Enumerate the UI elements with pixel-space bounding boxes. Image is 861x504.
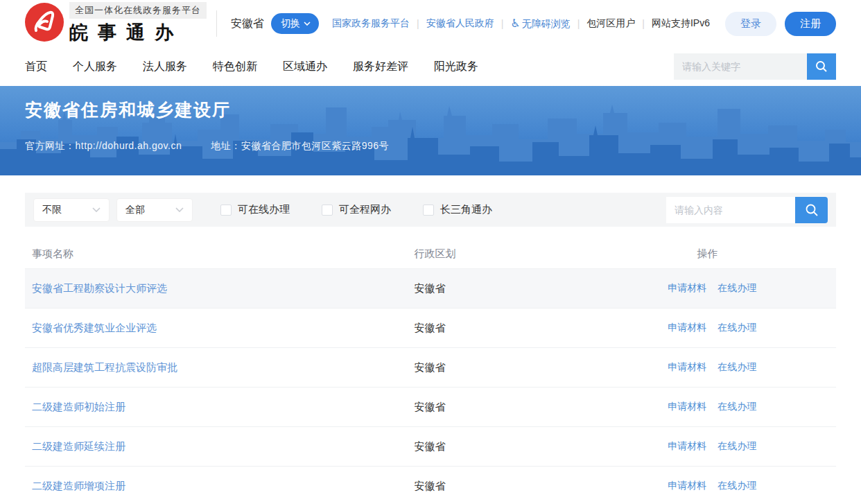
content-search-button[interactable]	[795, 197, 828, 223]
service-item-link[interactable]: 安徽省工程勘察设计大师评选	[32, 282, 167, 294]
link-anhui-government[interactable]: 安徽省人民政府	[426, 17, 494, 30]
region-value: 安徽省	[415, 480, 446, 492]
checkbox-label: 可全程网办	[339, 203, 391, 216]
checkbox-box[interactable]	[322, 205, 333, 216]
service-item-link[interactable]: 二级建造师初始注册	[32, 401, 125, 412]
content-search-input[interactable]	[666, 197, 795, 223]
table-row: 超限高层建筑工程抗震设防审批 安徽省 申请材料 在线办理	[25, 347, 836, 387]
department-banner: 安徽省住房和城乡建设厅 官方网址：http://dohurd.ah.gov.cn…	[0, 86, 861, 175]
ipv6-support-label: 网站支持IPv6	[652, 17, 710, 30]
link-baohe-user[interactable]: 包河区用户	[586, 17, 635, 30]
checkbox-online-available[interactable]: 可在线办理	[220, 203, 290, 216]
accessibility-label: 无障碍浏览	[522, 18, 571, 29]
keyword-search-input[interactable]	[674, 53, 807, 80]
online-handling-link[interactable]: 在线办理	[718, 361, 756, 374]
service-item-link[interactable]: 二级建造师增项注册	[32, 480, 125, 492]
application-materials-link[interactable]: 申请材料	[668, 440, 706, 453]
filter-bar: 不限 全部 可在线办理 可全程网办 长三角通办	[25, 193, 836, 227]
dropdown-value: 全部	[125, 204, 145, 216]
nav-item-featured-innovation[interactable]: 特色创新	[213, 60, 257, 74]
region-value: 安徽省	[415, 282, 446, 294]
separator: |	[577, 18, 580, 29]
application-materials-link[interactable]: 申请材料	[668, 282, 706, 295]
main-nav: 首页 个人服务 法人服务 特色创新 区域通办 服务好差评 阳光政务	[0, 47, 861, 86]
online-handling-link[interactable]: 在线办理	[718, 401, 756, 413]
separator: |	[642, 18, 645, 29]
chevron-down-icon	[92, 207, 101, 212]
table-row: 安徽省工程勘察设计大师评选 安徽省 申请材料 在线办理	[25, 268, 836, 308]
online-handling-link[interactable]: 在线办理	[718, 282, 756, 295]
header-divider	[216, 10, 217, 37]
column-header-item-name: 事项名称	[25, 247, 415, 261]
site-header: 全国一体化在线政务服务平台 皖事通办 安徽省 切换 国家政务服务平台 | 安徽省…	[0, 0, 861, 47]
checkbox-label: 可在线办理	[238, 203, 290, 216]
online-handling-link[interactable]: 在线办理	[718, 480, 756, 492]
link-national-platform[interactable]: 国家政务服务平台	[332, 17, 410, 30]
services-table: 事项名称 行政区划 操作 安徽省工程勘察设计大师评选 安徽省 申请材料 在线办理…	[25, 239, 836, 504]
online-handling-link[interactable]: 在线办理	[718, 322, 756, 334]
official-website: 官方网址：http://dohurd.ah.gov.cn	[25, 140, 182, 153]
dropdown-value: 不限	[42, 204, 62, 216]
department-title: 安徽省住房和城乡建设厅	[25, 98, 836, 121]
register-button[interactable]: 注册	[785, 12, 836, 36]
filter-dropdown-category[interactable]: 全部	[116, 198, 193, 222]
nav-item-open-government[interactable]: 阳光政务	[434, 60, 478, 74]
chevron-down-icon	[304, 21, 311, 26]
region-value: 安徽省	[415, 401, 446, 412]
table-row: 安徽省优秀建筑业企业评选 安徽省 申请材料 在线办理	[25, 308, 836, 347]
checkbox-box[interactable]	[220, 205, 232, 216]
filter-dropdown-limit[interactable]: 不限	[33, 198, 110, 222]
online-handling-link[interactable]: 在线办理	[718, 440, 756, 453]
search-icon	[815, 60, 828, 73]
checkbox-label: 长三角通办	[440, 203, 492, 216]
department-address: 地址：安徽省合肥市包河区紫云路996号	[211, 140, 389, 153]
region-value: 安徽省	[415, 440, 446, 452]
table-header: 事项名称 行政区划 操作	[25, 239, 836, 268]
chevron-down-icon	[175, 207, 184, 212]
nav-item-regional-services[interactable]: 区域通办	[283, 60, 327, 74]
region-switch-label: 切换	[281, 17, 300, 30]
region-value: 安徽省	[415, 361, 446, 373]
table-row: 二级建造师初始注册 安徽省 申请材料 在线办理	[25, 387, 836, 426]
services-table-body: 安徽省工程勘察设计大师评选 安徽省 申请材料 在线办理 安徽省优秀建筑业企业评选…	[25, 268, 836, 504]
platform-tagline: 全国一体化在线政务服务平台	[69, 2, 207, 19]
service-item-link[interactable]: 超限高层建筑工程抗震设防审批	[32, 361, 177, 373]
column-header-region: 行政区划	[415, 247, 666, 261]
checkbox-yangtze-delta[interactable]: 长三角通办	[423, 203, 492, 216]
region-value: 安徽省	[415, 322, 446, 333]
nav-item-home[interactable]: 首页	[25, 60, 47, 74]
separator: |	[501, 18, 504, 29]
checkbox-full-online[interactable]: 可全程网办	[322, 203, 391, 216]
wheelchair-icon: ♿	[510, 17, 520, 29]
column-header-actions: 操作	[666, 247, 836, 261]
table-row: 二级建造师延续注册 安徽省 申请材料 在线办理	[25, 426, 836, 466]
region-switch-button[interactable]: 切换	[271, 13, 319, 34]
application-materials-link[interactable]: 申请材料	[668, 361, 706, 374]
service-item-link[interactable]: 安徽省优秀建筑业企业评选	[32, 322, 157, 333]
keyword-search	[674, 53, 836, 80]
application-materials-link[interactable]: 申请材料	[668, 401, 706, 413]
nav-item-personal-services[interactable]: 个人服务	[73, 60, 117, 74]
login-button[interactable]: 登录	[725, 12, 776, 36]
service-item-link[interactable]: 二级建造师延续注册	[32, 440, 125, 452]
site-title: 皖事通办	[69, 20, 207, 45]
application-materials-link[interactable]: 申请材料	[668, 322, 706, 334]
content-search	[666, 197, 828, 223]
separator: |	[417, 18, 419, 29]
keyword-search-button[interactable]	[807, 53, 836, 80]
search-icon	[804, 202, 819, 218]
nav-item-legal-services[interactable]: 法人服务	[143, 60, 187, 74]
table-row: 二级建造师增项注册 安徽省 申请材料 在线办理	[25, 466, 836, 504]
nav-item-service-rating[interactable]: 服务好差评	[353, 60, 408, 74]
current-region-label: 安徽省	[231, 17, 264, 31]
site-logo	[25, 3, 64, 44]
link-accessibility[interactable]: ♿无障碍浏览	[510, 17, 570, 31]
checkbox-box[interactable]	[423, 205, 434, 216]
application-materials-link[interactable]: 申请材料	[668, 480, 706, 492]
